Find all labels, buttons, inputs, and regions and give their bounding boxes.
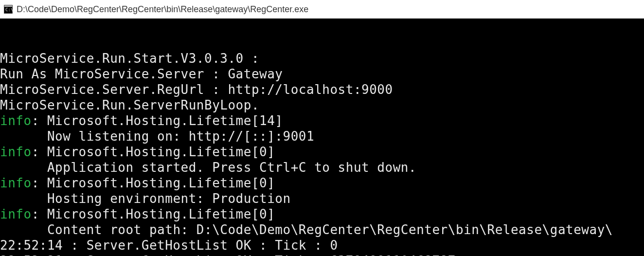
console-line: 22:52:21 : Server.GetHostList OK : Tick … xyxy=(0,253,644,256)
console-text: : Microsoft.Hosting.Lifetime[0] xyxy=(32,207,275,221)
console-text: Hosting environment: Production xyxy=(47,191,291,206)
window-title: D:\Code\Demo\RegCenter\RegCenter\bin\Rel… xyxy=(17,4,308,15)
console-text: MicroService.Run.Start.V3.0.3.0 : xyxy=(0,51,259,66)
console-line: 22:52:14 : Server.GetHostList OK : Tick … xyxy=(0,238,644,253)
log-level-info: info xyxy=(0,145,32,159)
console-text: : Microsoft.Hosting.Lifetime[14] xyxy=(32,113,283,128)
svg-text:C:\: C:\ xyxy=(5,7,13,12)
svg-rect-1 xyxy=(4,5,12,7)
console-text: Application started. Press Ctrl+C to shu… xyxy=(47,160,416,175)
console-text: 22:52:14 : Server.GetHostList OK : Tick … xyxy=(0,238,338,253)
log-level-info: info xyxy=(0,113,32,128)
console-line: MicroService.Run.Start.V3.0.3.0 : xyxy=(0,51,644,66)
console-line: Hosting environment: Production xyxy=(0,191,644,206)
console-icon: C:\ xyxy=(4,5,13,14)
console-text: MicroService.Server.RegUrl : http://loca… xyxy=(0,82,393,97)
console-line: Now listening on: http://[::]:9001 xyxy=(0,128,644,144)
console-line: MicroService.Run.ServerRunByLoop. xyxy=(0,97,644,113)
console-text: 22:52:21 : Server.GetHostList OK : Tick … xyxy=(0,254,456,256)
console-text: MicroService.Run.ServerRunByLoop. xyxy=(0,98,259,112)
console-line: info: Microsoft.Hosting.Lifetime[0] xyxy=(0,175,644,191)
console-line: MicroService.Server.RegUrl : http://loca… xyxy=(0,82,644,97)
console-line: Content root path: D:\Code\Demo\RegCente… xyxy=(0,222,644,238)
console-text: : Microsoft.Hosting.Lifetime[0] xyxy=(32,176,275,190)
console-text: Content root path: D:\Code\Demo\RegCente… xyxy=(47,222,613,237)
console-text: Now listening on: http://[::]:9001 xyxy=(47,129,314,144)
console-line: info: Microsoft.Hosting.Lifetime[0] xyxy=(0,144,644,160)
log-level-info: info xyxy=(0,207,32,221)
window-titlebar[interactable]: C:\ D:\Code\Demo\RegCenter\RegCenter\bin… xyxy=(0,0,644,18)
console-line: info: Microsoft.Hosting.Lifetime[0] xyxy=(0,206,644,222)
console-line: info: Microsoft.Hosting.Lifetime[14] xyxy=(0,113,644,128)
log-level-info: info xyxy=(0,176,32,190)
console-line: Application started. Press Ctrl+C to shu… xyxy=(0,160,644,175)
console-line: Run As MicroService.Server : Gateway xyxy=(0,66,644,82)
console-text: Run As MicroService.Server : Gateway xyxy=(0,67,283,81)
console-text: : Microsoft.Hosting.Lifetime[0] xyxy=(32,145,275,159)
console-output[interactable]: MicroService.Run.Start.V3.0.3.0 :Run As … xyxy=(0,18,644,256)
